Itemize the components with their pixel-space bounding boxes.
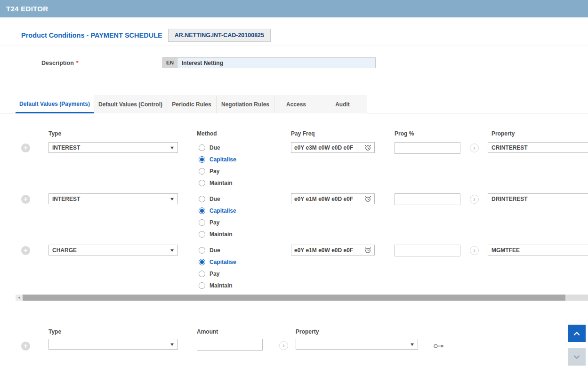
- tab-audit[interactable]: Audit: [318, 96, 367, 113]
- method-radio-due[interactable]: Due: [199, 144, 291, 152]
- chevron-down-icon: ▼: [410, 342, 415, 347]
- method-radio-pay[interactable]: Pay: [199, 167, 291, 176]
- radio-icon: [199, 207, 205, 214]
- prog-input[interactable]: [395, 193, 460, 205]
- description-input-group: EN: [162, 57, 376, 68]
- clock-icon[interactable]: [364, 247, 371, 254]
- description-label: Description*: [41, 60, 162, 66]
- scroll-left-arrow-icon[interactable]: ◂: [16, 295, 23, 301]
- page-title: Product Conditions - PAYMENT SCHEDULE: [21, 32, 162, 39]
- tab-negotiation-rules[interactable]: Negotiation Rules: [217, 96, 274, 113]
- app-header: T24 EDITOR: [0, 0, 588, 17]
- type-select-value: INTEREST: [52, 196, 80, 202]
- method-radio-capitalise[interactable]: Capitalise: [199, 258, 291, 266]
- method-radio-maintain[interactable]: Maintain: [199, 281, 291, 290]
- radio-icon: [199, 180, 205, 186]
- radio-icon: [199, 168, 205, 175]
- add-row-icon[interactable]: +: [21, 246, 30, 255]
- radio-label: Maintain: [209, 282, 233, 289]
- pay-freq-field[interactable]: e0Y e1M e0W e0D e0F: [291, 193, 375, 204]
- method-radio-maintain[interactable]: Maintain: [199, 179, 291, 187]
- method-radio-group: Due Capitalise Pay Maintain: [197, 144, 291, 187]
- method-radio-maintain[interactable]: Maintain: [199, 230, 291, 239]
- column-header-type: Type: [48, 326, 197, 335]
- radio-icon: [199, 144, 205, 151]
- type-select-value: CHARGE: [52, 247, 77, 254]
- property-select[interactable]: CRINTEREST ▼: [488, 142, 588, 153]
- clock-icon[interactable]: [364, 144, 371, 151]
- link-icon[interactable]: [433, 343, 445, 349]
- pay-freq-value: e0Y e3M e0W e0D e0F: [294, 144, 353, 151]
- chevron-down-icon: [572, 352, 581, 362]
- tab-default-values-control[interactable]: Default Values (Control): [94, 96, 167, 113]
- tab-periodic-rules[interactable]: Periodic Rules: [167, 96, 217, 113]
- divider: [0, 46, 588, 46]
- language-code-badge: EN: [162, 57, 177, 68]
- property-select-value: CRINTEREST: [491, 144, 528, 151]
- property-select[interactable]: DRINTEREST ▼: [488, 193, 588, 204]
- radio-icon: [199, 247, 205, 254]
- method-radio-pay[interactable]: Pay: [199, 270, 291, 278]
- description-input[interactable]: [177, 57, 376, 68]
- radio-icon: [199, 156, 205, 163]
- tab-access[interactable]: Access: [274, 96, 318, 113]
- method-radio-capitalise[interactable]: Capitalise: [199, 155, 291, 164]
- pay-freq-value: e0Y e1M e0W e0D e0F: [294, 196, 353, 202]
- chevron-down-icon: ▼: [169, 342, 175, 347]
- clock-icon[interactable]: [364, 195, 371, 202]
- expand-row-icon[interactable]: ›: [279, 341, 288, 350]
- expand-row-icon[interactable]: ›: [470, 144, 479, 152]
- property-select-value: DRINTEREST: [491, 196, 528, 202]
- type-select[interactable]: INTEREST ▼: [48, 142, 178, 153]
- type-select[interactable]: CHARGE ▼: [48, 245, 178, 255]
- charge-row: + ▼ › ▼: [16, 339, 588, 351]
- pay-freq-field[interactable]: e0Y e1M e0W e0D e0F: [291, 245, 375, 255]
- radio-label: Capitalise: [209, 207, 236, 214]
- required-asterisk: *: [76, 60, 79, 66]
- column-header-type: Type: [48, 127, 197, 137]
- scrollbar-track[interactable]: [23, 295, 588, 301]
- type-select[interactable]: INTEREST ▼: [48, 193, 178, 204]
- expand-row-icon[interactable]: ›: [470, 246, 479, 255]
- property-select[interactable]: ▼: [296, 339, 418, 350]
- add-row-icon[interactable]: +: [21, 144, 30, 152]
- charges-header-row: Type Amount Property: [16, 326, 588, 339]
- amount-input[interactable]: [197, 339, 263, 351]
- chevron-down-icon: ▼: [169, 197, 175, 201]
- add-row-icon[interactable]: +: [21, 195, 30, 204]
- method-radio-group: Due Capitalise Pay Maintain: [197, 246, 291, 290]
- method-radio-capitalise[interactable]: Capitalise: [199, 207, 291, 215]
- radio-label: Pay: [209, 271, 219, 277]
- type-select[interactable]: ▼: [48, 339, 178, 350]
- prog-input[interactable]: [395, 245, 460, 256]
- column-header-property: Property: [296, 326, 420, 335]
- radio-icon: [199, 231, 205, 238]
- property-select[interactable]: MGMTFEE ▼: [488, 245, 588, 255]
- pay-freq-field[interactable]: e0Y e3M e0W e0D e0F: [291, 142, 375, 153]
- radio-label: Maintain: [209, 180, 233, 186]
- method-radio-pay[interactable]: Pay: [199, 218, 291, 227]
- record-id-badge: AR.NETTING.INT-CAD-20100825: [168, 29, 271, 42]
- method-radio-due[interactable]: Due: [199, 195, 291, 203]
- column-header-amount: Amount: [197, 326, 279, 335]
- radio-icon: [199, 282, 205, 289]
- radio-label: Maintain: [209, 231, 233, 238]
- scroll-down-button[interactable]: [568, 348, 586, 366]
- radio-label: Pay: [209, 168, 219, 175]
- page-title-row: Product Conditions - PAYMENT SCHEDULE AR…: [21, 29, 271, 42]
- radio-label: Pay: [209, 219, 219, 226]
- description-label-text: Description: [41, 60, 74, 66]
- property-select-value: MGMTFEE: [491, 247, 520, 254]
- scroll-up-button[interactable]: [568, 325, 586, 342]
- description-row: Description* EN: [41, 57, 376, 68]
- payment-row: + INTEREST ▼ Due Capitalise Pay Mainta: [16, 193, 588, 245]
- expand-row-icon[interactable]: ›: [470, 195, 479, 204]
- scrollbar-thumb[interactable]: [23, 295, 565, 301]
- prog-input[interactable]: [395, 142, 460, 154]
- add-row-icon[interactable]: +: [21, 342, 30, 351]
- tab-default-values-payments[interactable]: Default Values (Payments): [16, 96, 94, 113]
- method-radio-due[interactable]: Due: [199, 246, 291, 255]
- chevron-down-icon: ▼: [169, 248, 175, 253]
- charges-grid: Type Amount Property + ▼ › ▼: [16, 326, 588, 351]
- column-header-property: Property: [488, 127, 588, 137]
